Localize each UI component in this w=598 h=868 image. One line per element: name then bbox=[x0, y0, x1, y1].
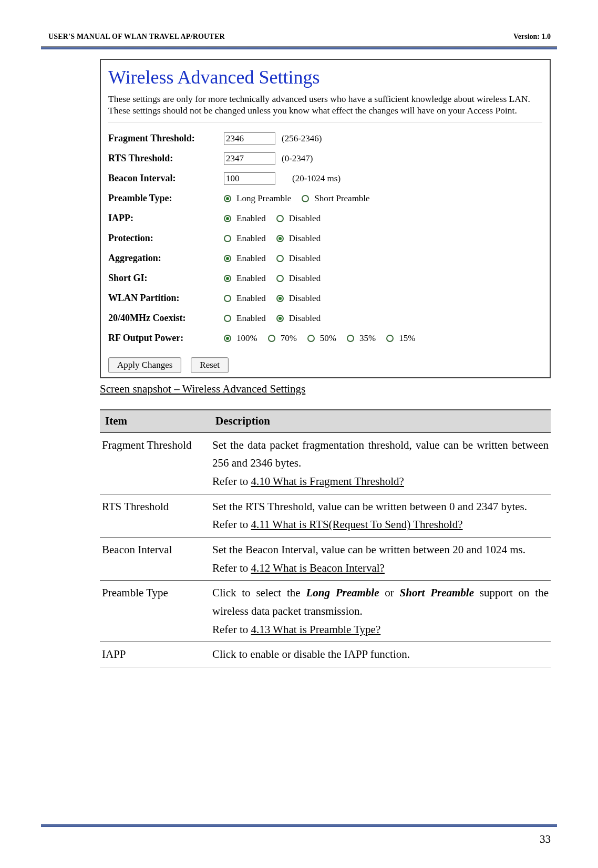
fragment-threshold-label: Fragment Threshold: bbox=[108, 133, 224, 144]
item-cell: Fragment Threshold bbox=[100, 432, 210, 494]
aggregation-disabled-radio[interactable] bbox=[276, 255, 284, 262]
aggregation-enabled-radio[interactable] bbox=[224, 255, 231, 262]
iapp-label: IAPP: bbox=[108, 213, 224, 224]
coexist-enabled-radio[interactable] bbox=[224, 315, 231, 322]
panel-title: Wireless Advanced Settings bbox=[101, 60, 550, 94]
shortgi-label: Short GI: bbox=[108, 273, 224, 284]
coexist-disabled-radio[interactable] bbox=[276, 315, 284, 322]
item-cell: IAPP bbox=[100, 642, 210, 667]
preamble-long-text: Long Preamble bbox=[236, 193, 291, 204]
footer-rule bbox=[41, 824, 557, 827]
rf-70-radio[interactable] bbox=[268, 335, 275, 342]
preamble-type-label: Preamble Type: bbox=[108, 193, 224, 204]
shortgi-disabled-radio[interactable] bbox=[276, 275, 284, 282]
table-row: Preamble Type Click to select the Long P… bbox=[100, 581, 551, 642]
aggregation-disabled-text: Disabled bbox=[289, 253, 321, 264]
desc-cell: Set the RTS Threshold, value can be writ… bbox=[210, 494, 551, 537]
rf-100-radio[interactable] bbox=[224, 335, 231, 342]
panel-description: These settings are only for more technic… bbox=[101, 94, 550, 120]
doc-header-right: Version: 1.0 bbox=[513, 33, 551, 41]
beacon-interval-input[interactable] bbox=[224, 172, 275, 185]
wlan-partition-enabled-text: Enabled bbox=[236, 293, 266, 304]
beacon-interval-label: Beacon Interval: bbox=[108, 173, 224, 184]
aggregation-label: Aggregation: bbox=[108, 253, 224, 264]
coexist-enabled-text: Enabled bbox=[236, 313, 266, 324]
protection-label: Protection: bbox=[108, 233, 224, 244]
link-fragment[interactable]: 4.10 What is Fragment Threshold? bbox=[251, 475, 404, 488]
rf-35-radio[interactable] bbox=[347, 335, 354, 342]
rf-50-text: 50% bbox=[320, 333, 336, 344]
protection-enabled-radio[interactable] bbox=[224, 235, 231, 242]
table-head-item: Item bbox=[100, 410, 210, 432]
preamble-long-radio[interactable] bbox=[224, 195, 231, 202]
rf-15-radio[interactable] bbox=[386, 335, 394, 342]
item-cell: Beacon Interval bbox=[100, 537, 210, 580]
description-table: Item Description Fragment Threshold Set … bbox=[100, 409, 551, 667]
protection-disabled-radio[interactable] bbox=[276, 235, 284, 242]
rf-100-text: 100% bbox=[236, 333, 257, 344]
desc-cell: Click to enable or disable the IAPP func… bbox=[210, 642, 551, 667]
page-number: 33 bbox=[540, 833, 551, 846]
table-row: Fragment Threshold Set the data packet f… bbox=[100, 432, 551, 494]
iapp-disabled-radio[interactable] bbox=[276, 215, 284, 222]
link-beacon[interactable]: 4.12 What is Beacon Interval? bbox=[251, 562, 384, 574]
beacon-range: (20-1024 ms) bbox=[292, 173, 341, 184]
shortgi-disabled-text: Disabled bbox=[289, 273, 321, 284]
link-preamble[interactable]: 4.13 What is Preamble Type? bbox=[251, 623, 380, 636]
table-head-description: Description bbox=[210, 410, 551, 432]
fragment-range: (256-2346) bbox=[282, 133, 322, 144]
protection-disabled-text: Disabled bbox=[289, 233, 321, 244]
wlan-partition-label: WLAN Partition: bbox=[108, 293, 224, 304]
apply-changes-button[interactable]: Apply Changes bbox=[108, 357, 181, 373]
rts-threshold-label: RTS Threshold: bbox=[108, 153, 224, 164]
rf-15-text: 15% bbox=[399, 333, 415, 344]
desc-cell: Set the Beacon Interval, value can be wr… bbox=[210, 537, 551, 580]
panel-divider bbox=[108, 122, 542, 123]
wlan-partition-enabled-radio[interactable] bbox=[224, 295, 231, 302]
iapp-disabled-text: Disabled bbox=[289, 213, 321, 224]
wlan-partition-disabled-radio[interactable] bbox=[276, 295, 284, 302]
preamble-short-text: Short Preamble bbox=[314, 193, 369, 204]
iapp-enabled-text: Enabled bbox=[236, 213, 266, 224]
fragment-threshold-input[interactable] bbox=[224, 132, 275, 145]
rts-range: (0-2347) bbox=[282, 153, 313, 164]
header-rule bbox=[41, 46, 557, 49]
table-row: Beacon Interval Set the Beacon Interval,… bbox=[100, 537, 551, 580]
aggregation-enabled-text: Enabled bbox=[236, 253, 266, 264]
desc-cell: Set the data packet fragmentation thresh… bbox=[210, 432, 551, 494]
iapp-enabled-radio[interactable] bbox=[224, 215, 231, 222]
table-row: RTS Threshold Set the RTS Threshold, val… bbox=[100, 494, 551, 537]
rf-70-text: 70% bbox=[281, 333, 297, 344]
coexist-label: 20/40MHz Coexist: bbox=[108, 313, 224, 324]
item-cell: Preamble Type bbox=[100, 581, 210, 642]
shortgi-enabled-text: Enabled bbox=[236, 273, 266, 284]
rf-50-radio[interactable] bbox=[307, 335, 315, 342]
shortgi-enabled-radio[interactable] bbox=[224, 275, 231, 282]
coexist-disabled-text: Disabled bbox=[289, 313, 321, 324]
desc-cell: Click to select the Long Preamble or Sho… bbox=[210, 581, 551, 642]
protection-enabled-text: Enabled bbox=[236, 233, 266, 244]
doc-header-left: USER'S MANUAL OF WLAN TRAVEL AP/ROUTER bbox=[48, 33, 225, 41]
rf-35-text: 35% bbox=[359, 333, 376, 344]
preamble-short-radio[interactable] bbox=[302, 195, 309, 202]
item-cell: RTS Threshold bbox=[100, 494, 210, 537]
rts-threshold-input[interactable] bbox=[224, 152, 275, 165]
link-rts[interactable]: 4.11 What is RTS(Request To Send) Thresh… bbox=[251, 518, 462, 531]
reset-button[interactable]: Reset bbox=[191, 357, 229, 373]
wlan-partition-disabled-text: Disabled bbox=[289, 293, 321, 304]
table-row: IAPP Click to enable or disable the IAPP… bbox=[100, 642, 551, 667]
screenshot-caption: Screen snapshot – Wireless Advanced Sett… bbox=[100, 383, 551, 396]
settings-panel: Wireless Advanced Settings These setting… bbox=[100, 59, 551, 378]
rf-power-label: RF Output Power: bbox=[108, 333, 224, 344]
